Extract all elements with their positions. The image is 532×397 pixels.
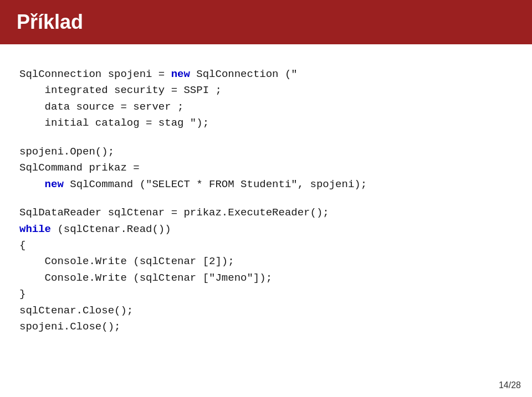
code-text: sqlCtenar.Close(); (19, 305, 133, 317)
code-spacer-2 (19, 193, 513, 205)
slide-title: Příklad (17, 11, 83, 34)
code-text: spojeni.Open(); (19, 146, 114, 158)
code-text: data source = server ; (19, 101, 183, 113)
code-line-3: data source = server ; (19, 99, 513, 115)
code-text: integrated security = SSPI ; (19, 84, 222, 96)
code-line-12: Console.Write (sqlCtenar ["Jmeno"]); (19, 270, 513, 286)
code-text: { (19, 239, 25, 251)
code-text: SqlCommand prikaz = (19, 162, 140, 174)
code-line-10: { (19, 238, 513, 254)
keyword-while: while (19, 223, 51, 235)
code-line-9: while (sqlCtenar.Read()) (19, 221, 513, 238)
code-text: (sqlCtenar.Read()) (51, 223, 171, 235)
code-line-14: sqlCtenar.Close(); (19, 303, 513, 319)
code-line-6: SqlCommand prikaz = (19, 160, 513, 176)
code-content: SqlConnection spojeni = new SqlConnectio… (0, 44, 532, 358)
code-text (19, 178, 45, 190)
code-line-2: integrated security = SSPI ; (19, 83, 513, 99)
keyword-new-2: new (45, 178, 64, 190)
code-text: initial catalog = stag "); (19, 117, 209, 129)
code-text: Console.Write (sqlCtenar [2]); (19, 255, 234, 267)
page-number: 14/28 (499, 380, 521, 390)
code-line-15: spojeni.Close(); (19, 319, 513, 335)
code-line-13: } (19, 286, 513, 302)
code-line-4: initial catalog = stag "); (19, 115, 513, 131)
code-line-1: SqlConnection spojeni = new SqlConnectio… (19, 66, 513, 83)
code-block: SqlConnection spojeni = new SqlConnectio… (19, 66, 513, 336)
code-text: SqlConnection (" (190, 68, 298, 80)
code-text: SqlDataReader sqlCtenar = prikaz.Execute… (19, 207, 329, 219)
code-text: Console.Write (sqlCtenar ["Jmeno"]); (19, 272, 272, 284)
code-text: } (19, 288, 25, 300)
code-line-7: new SqlCommand ("SELECT * FROM Studenti"… (19, 177, 513, 193)
code-line-11: Console.Write (sqlCtenar [2]); (19, 254, 513, 270)
code-text: spojeni.Close(); (19, 321, 120, 333)
slide-header: Příklad (0, 0, 532, 44)
keyword-new-1: new (171, 68, 190, 80)
code-spacer-1 (19, 132, 513, 144)
code-line-5: spojeni.Open(); (19, 144, 513, 160)
code-text: SqlCommand ("SELECT * FROM Studenti", sp… (64, 178, 367, 190)
code-text: SqlConnection spojeni = (19, 68, 171, 80)
code-line-8: SqlDataReader sqlCtenar = prikaz.Execute… (19, 205, 513, 221)
